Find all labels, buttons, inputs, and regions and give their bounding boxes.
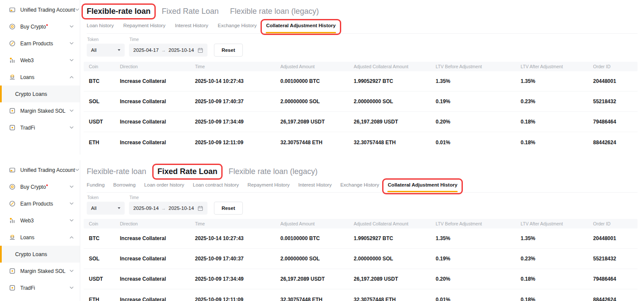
col-header-adjusted-collateral-amount: Adjusted Collateral Amount — [354, 221, 436, 226]
sidebar-item-earn-products[interactable]: Earn Products — [0, 35, 80, 52]
sidebar-item-label: TradFi — [20, 285, 35, 291]
cell-adjusted-collateral-amount: 26,197.2089 USDT — [354, 276, 436, 282]
cell-direction: Increase Collateral — [120, 297, 195, 301]
sidebar: Unified Trading Account Buy Crypto Earn … — [0, 160, 80, 301]
col-header-order-id: Order ID — [593, 221, 638, 226]
date-to: 2025-10-14 — [169, 48, 194, 53]
sidebar-item-unified-trading-account[interactable]: Unified Trading Account — [0, 1, 80, 18]
sidebar-item-earn-products[interactable]: Earn Products — [0, 195, 80, 212]
main-content: Flexible-rate loan Fixed Rate Loan Flexi… — [80, 160, 644, 301]
sidebar-item-margin-staked-sol[interactable]: Margin Staked SOL — [0, 263, 80, 279]
cell-adjusted-amount: 32.30757448 ETH — [280, 297, 354, 301]
chevron-down-icon — [75, 168, 79, 171]
cell-direction: Increase Collateral — [120, 139, 195, 146]
sidebar-item-label: Web3 — [20, 218, 34, 224]
tab-fixed-rate-loan[interactable]: Fixed Rate Loan — [157, 167, 217, 176]
cell-coin: ETH — [89, 139, 120, 146]
col-header-adjusted-amount: Adjusted Amount — [280, 64, 354, 69]
loan-type-tabs: Flexible-rate loan Fixed Rate Loan Flexi… — [87, 0, 638, 16]
cell-order-id: 55218432 — [593, 98, 638, 105]
sidebar-item-label: Earn Products — [20, 41, 53, 47]
tab-fixed-rate-loan[interactable]: Fixed Rate Loan — [162, 7, 219, 16]
subtab-collateral-adjustment-history[interactable]: Collateral Adjustment History — [388, 182, 457, 187]
chevron-down-icon — [69, 219, 74, 222]
time-range-picker[interactable]: 2025-04-17→2025-10-14 — [129, 44, 207, 57]
subtab-funding[interactable]: Funding — [87, 182, 105, 187]
cell-coin: BTC — [89, 78, 120, 84]
reset-button[interactable]: Reset — [214, 44, 243, 57]
col-header-direction: Direction — [120, 221, 195, 226]
chevron-down-icon — [69, 269, 74, 272]
subtab-repayment-history[interactable]: Repayment History — [248, 182, 290, 187]
chevron-down-icon — [69, 286, 74, 289]
sidebar-item-buy-crypto[interactable]: Buy Crypto — [0, 18, 80, 35]
cell-adjusted-collateral-amount: 32.30757448 ETH — [354, 297, 436, 301]
tab-flexible-rate-loan-legacy[interactable]: Flexible rate loan (legacy) — [230, 7, 319, 16]
tradfi-icon — [9, 124, 16, 131]
section-divider — [0, 155, 644, 160]
subtab-exchange-history[interactable]: Exchange History — [218, 23, 257, 28]
col-header-ltv-before: LTV Before Adjustment — [436, 64, 521, 69]
cell-adjusted-collateral-amount: 32.30757448 ETH — [354, 139, 436, 146]
sidebar-item-unified-trading-account[interactable]: Unified Trading Account — [0, 162, 80, 178]
caret-down-icon — [118, 207, 120, 209]
sidebar-item-crypto-loans[interactable]: Crypto Loans — [0, 86, 80, 102]
cell-direction: Increase Collateral — [120, 276, 195, 282]
subtab-interest-history[interactable]: Interest History — [175, 23, 208, 28]
time-range-picker[interactable]: 2025-09-14→2025-10-14 — [129, 202, 207, 215]
token-select[interactable]: All — [87, 44, 125, 57]
sidebar-item-loans[interactable]: Loans — [0, 69, 80, 86]
col-header-order-id: Order ID — [593, 64, 638, 69]
tradfi-icon — [9, 285, 16, 291]
tab-flexible-rate-loan[interactable]: Flexible-rate loan — [87, 167, 146, 176]
notification-dot — [46, 24, 48, 26]
sidebar-item-buy-crypto[interactable]: Buy Crypto — [0, 178, 80, 195]
cell-time: 2025-10-09 12:11:09 — [195, 297, 280, 301]
cell-adjusted-collateral-amount: 1.99052927 BTC — [354, 235, 436, 241]
sidebar-item-tradfi[interactable]: TradFi — [0, 119, 80, 136]
chevron-down-icon — [69, 202, 74, 205]
sidebar-item-crypto-loans[interactable]: Crypto Loans — [0, 246, 80, 263]
chevron-down-icon — [69, 126, 74, 129]
margin-staked-sol-icon — [9, 268, 16, 274]
date-to: 2025-10-14 — [169, 206, 194, 211]
sidebar-item-tradfi[interactable]: TradFi — [0, 279, 80, 296]
cell-ltv-before: 0.01% — [436, 297, 521, 301]
sidebar-item-margin-staked-sol[interactable]: Margin Staked SOL — [0, 102, 80, 119]
subtab-interest-history[interactable]: Interest History — [298, 182, 332, 187]
token-select[interactable]: All — [87, 202, 125, 215]
tab-flexible-rate-loan-legacy[interactable]: Flexible rate loan (legacy) — [229, 167, 317, 176]
token-filter-label: Token — [87, 195, 125, 200]
cell-ltv-before: 0.20% — [436, 276, 521, 282]
token-select-value: All — [91, 206, 97, 211]
subtab-loan-order-history[interactable]: Loan order history — [144, 182, 184, 187]
cell-order-id: 88442624 — [593, 139, 638, 146]
main-content: Flexible-rate loan Fixed Rate Loan Flexi… — [80, 0, 644, 155]
arrow-right-icon: → — [161, 206, 166, 211]
subtab-collateral-adjustment-history[interactable]: Collateral Adjustment History — [266, 23, 336, 28]
margin-staked-sol-icon — [9, 108, 16, 114]
buy-crypto-icon — [9, 23, 16, 30]
col-header-adjusted-amount: Adjusted Amount — [280, 221, 354, 226]
chevron-down-icon — [69, 59, 74, 62]
cell-direction: Increase Collateral — [120, 235, 195, 241]
sidebar-item-label: Unified Trading Account — [20, 167, 75, 173]
sidebar-item-web3[interactable]: Web3 — [0, 212, 80, 229]
subtab-loan-contract-history[interactable]: Loan contract history — [193, 182, 239, 187]
sidebar-item-loans[interactable]: Loans — [0, 229, 80, 246]
cell-direction: Increase Collateral — [120, 256, 195, 262]
cell-time: 2025-10-09 17:34:49 — [195, 119, 280, 125]
sidebar-item-label: Crypto Loans — [15, 91, 47, 97]
subtab-borrowing[interactable]: Borrowing — [113, 182, 136, 187]
cell-direction: Increase Collateral — [120, 98, 195, 105]
subtab-exchange-history[interactable]: Exchange History — [340, 182, 379, 187]
tab-flexible-rate-loan[interactable]: Flexible-rate loan — [87, 7, 151, 16]
sidebar-item-web3[interactable]: Web3 — [0, 52, 80, 69]
cell-adjusted-amount: 26,197.2089 USDT — [280, 276, 354, 282]
subtab-loan-history[interactable]: Loan history — [87, 23, 114, 28]
reset-button[interactable]: Reset — [214, 202, 243, 215]
cell-adjusted-amount: 32.30757448 ETH — [280, 139, 354, 146]
subtab-repayment-history[interactable]: Repayment History — [123, 23, 166, 28]
table-row: ETHIncrease Collateral2025-10-09 12:11:0… — [84, 132, 638, 152]
token-select-value: All — [91, 48, 97, 53]
